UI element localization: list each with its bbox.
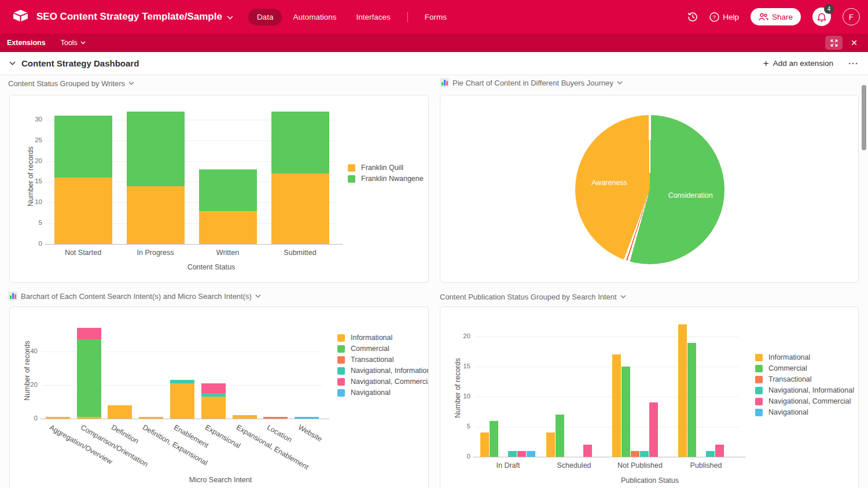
legend-label: Transactional	[351, 356, 394, 364]
chart4-title: Content Publication Status Grouped by Se…	[440, 293, 617, 301]
share-label: Share	[772, 13, 793, 21]
fullscreen-expand-button[interactable]	[825, 36, 843, 50]
y-tick-label: 0	[23, 240, 42, 247]
bar-segment	[295, 417, 319, 419]
svg-text:?: ?	[713, 14, 716, 20]
history-icon[interactable]	[687, 12, 698, 22]
help-button[interactable]: ? Help	[709, 12, 739, 22]
bar-segment	[546, 432, 555, 457]
chevron-down-icon	[255, 294, 261, 298]
scrollbar-thumb[interactable]	[862, 85, 866, 150]
y-tick-label: 15	[23, 178, 42, 184]
gridline	[475, 397, 739, 397]
x-axis-line	[40, 419, 329, 419]
legend-item: Navigational	[755, 408, 854, 416]
bar-segment	[127, 186, 185, 244]
airtable-logo-icon[interactable]	[13, 9, 28, 25]
legend-item: Franklin Quill	[348, 164, 424, 172]
legend-swatch	[337, 378, 345, 386]
tab-interfaces[interactable]: Interfaces	[347, 9, 399, 25]
y-tick-label: 5	[23, 219, 42, 226]
legend-item: Transactional	[755, 375, 854, 383]
chart2-title-row[interactable]: Pie Chart of Content in Different Buyers…	[440, 77, 623, 88]
legend-swatch	[755, 409, 763, 416]
bar-segment	[517, 451, 526, 457]
close-icon[interactable]: ✕	[851, 38, 858, 47]
tools-label: Tools	[61, 39, 78, 47]
legend-item: Navigational	[337, 389, 429, 397]
tab-automations[interactable]: Automations	[284, 9, 345, 25]
legend-label: Informational	[768, 353, 810, 361]
base-title[interactable]: SEO Content Strategy Template/Sample	[36, 11, 222, 23]
share-button[interactable]: Share	[751, 8, 801, 25]
tab-forms[interactable]: Forms	[416, 9, 455, 25]
y-tick-label: 30	[23, 116, 42, 123]
bar-segment	[263, 417, 288, 419]
y-tick-label: 20	[451, 332, 470, 339]
legend-swatch	[337, 367, 345, 375]
gridline	[475, 337, 739, 337]
avatar[interactable]: F	[843, 8, 860, 25]
bar-segment	[621, 367, 630, 457]
tools-menu[interactable]: Tools	[61, 39, 86, 47]
chart-legend: InformationalCommercialTransactionalNavi…	[755, 353, 854, 416]
bar-segment	[715, 445, 724, 457]
legend-item: Navigational, Informational	[337, 367, 429, 375]
top-bar: SEO Content Strategy Template/Sample Dat…	[0, 0, 868, 34]
y-tick-label: 15	[451, 363, 470, 369]
bar-segment	[508, 451, 517, 457]
chart-card-buyers-journey-pie: ConsiderationAwareness	[440, 95, 859, 283]
legend-swatch	[337, 356, 345, 364]
bar-segment	[127, 112, 185, 186]
y-tick-label: 0	[451, 453, 470, 460]
gridline	[475, 367, 739, 367]
plus-icon: +	[763, 58, 769, 68]
app-window: SEO Content Strategy Template/Sample Dat…	[0, 0, 868, 488]
tab-data[interactable]: Data	[248, 9, 282, 25]
add-extension-button[interactable]: + Add an extension	[763, 58, 833, 68]
chart1-title-row[interactable]: Content Status Grouped by Writers	[8, 77, 134, 89]
workspace-tabs: Data Automations Interfaces Forms	[248, 9, 455, 25]
legend-swatch	[348, 164, 355, 172]
chart4-title-row[interactable]: Content Publication Status Grouped by Se…	[440, 291, 626, 302]
dashboard-header: Content Strategy Dashboard + Add an exte…	[0, 52, 868, 75]
bar-segment	[649, 402, 658, 457]
extensions-tab[interactable]: Extensions	[7, 39, 46, 47]
chevron-down-icon[interactable]	[227, 12, 233, 22]
bar-segment	[687, 343, 696, 457]
bar-segment	[480, 432, 489, 457]
chart3-title-row[interactable]: Barchart of Each Content Search Intent(s…	[8, 290, 261, 302]
bar-segment	[271, 112, 329, 174]
bar-segment	[77, 417, 101, 419]
legend-label: Franklin Nwangene	[361, 175, 424, 183]
legend-item: Franklin Nwangene	[348, 175, 424, 183]
gridline	[475, 427, 739, 427]
bar-chart-icon	[440, 78, 449, 87]
more-options-icon[interactable]: ···	[848, 58, 859, 68]
collapse-chevron-icon[interactable]	[9, 61, 16, 65]
chart2-title: Pie Chart of Content in Different Buyers…	[453, 79, 613, 87]
bar-segment	[490, 421, 498, 457]
bar-segment	[706, 451, 715, 457]
chart-card-publication-status: Number of records05101520In DraftSchedul…	[440, 306, 859, 488]
chevron-down-icon	[80, 41, 86, 45]
legend-label: Navigational, Commercial	[351, 378, 429, 386]
chart-card-search-intent: Number of records02040Aggregation/Overvi…	[9, 306, 429, 488]
legend-swatch	[755, 376, 763, 383]
chevron-down-icon	[620, 295, 626, 298]
add-extension-label: Add an extension	[773, 59, 833, 68]
y-tick-label: 10	[451, 393, 470, 400]
chevron-down-icon	[617, 81, 623, 84]
y-tick-label: 5	[451, 423, 470, 430]
y-tick-label: 40	[18, 347, 38, 354]
chart1-title: Content Status Grouped by Writers	[8, 79, 125, 88]
bar-chart-icon	[8, 291, 17, 301]
legend-item: Navigational, Commercial	[337, 378, 429, 386]
legend-item: Commercial	[337, 345, 429, 353]
legend-swatch	[337, 334, 345, 342]
x-category-label: Published	[663, 461, 749, 469]
bar-segment	[108, 405, 132, 419]
legend-item: Informational	[337, 334, 429, 342]
legend-swatch	[348, 175, 355, 183]
legend-swatch	[337, 389, 345, 397]
